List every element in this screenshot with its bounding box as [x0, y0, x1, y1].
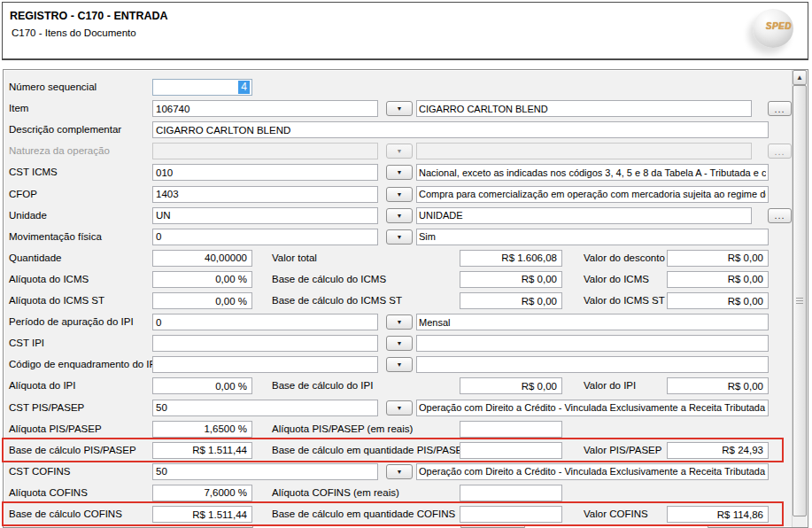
row-natureza-da-operacao: Natureza da operação▼...	[4, 143, 792, 160]
codigo-de-enquadramento-do-ipi-dropdown-button[interactable]: ▼	[386, 357, 413, 372]
cst-pis-pasep-description-input[interactable]	[416, 400, 769, 416]
base-de-calculo-pis-pasep-label: Base de cálculo PIS/PASEP	[9, 442, 136, 459]
valor-do-ipi-input[interactable]	[667, 377, 769, 394]
valor-pis-pasep-input[interactable]	[667, 442, 769, 459]
scroll-up-button[interactable]: ▲	[793, 70, 807, 85]
aliquota-do-icms-st-label: Alíquota do ICMS ST	[9, 292, 104, 309]
app-window: { "header": { "title": "REGISTRO - C170 …	[0, 0, 812, 528]
descricao-complementar-input[interactable]	[152, 121, 769, 138]
row-base-de-calculo-pis-pasep: Base de cálculo PIS/PASEPBase de cálculo…	[4, 442, 792, 460]
valor-do-desconto-input[interactable]	[667, 250, 769, 267]
valor-do-icms-st-input[interactable]	[667, 292, 769, 309]
aliquota-do-ipi-input[interactable]	[152, 377, 252, 394]
row-base-de-calculo-cofins: Base de cálculo COFINSBase de cálculo em…	[4, 506, 792, 524]
periodo-de-apuracao-do-ipi-description-input[interactable]	[416, 314, 769, 330]
cst-cofins-input[interactable]	[152, 463, 378, 480]
cst-icms-description-input[interactable]	[416, 164, 769, 181]
unidade-input[interactable]	[152, 207, 378, 224]
cst-icms-dropdown-button[interactable]: ▼	[386, 165, 413, 180]
page-subtitle: C170 - Itens do Documento	[12, 27, 136, 38]
page-title: REGISTRO - C170 - ENTRADA	[10, 10, 168, 22]
unidade-description-input[interactable]	[416, 207, 752, 224]
chevron-down-icon: ▼	[397, 469, 403, 475]
cst-cofins-dropdown-button[interactable]: ▼	[386, 464, 413, 479]
base-de-calculo-do-icms-st-label: Base de cálculo do ICMS ST	[272, 292, 402, 309]
item-description-input[interactable]	[416, 100, 752, 117]
movimentacao-fisica-dropdown-button[interactable]: ▼	[386, 229, 413, 245]
cfop-description-input[interactable]	[416, 186, 769, 203]
cst-pis-pasep-input[interactable]	[152, 400, 378, 416]
periodo-de-apuracao-do-ipi-input[interactable]	[152, 314, 378, 330]
cst-ipi-label: CST IPI	[9, 335, 44, 352]
cst-cofins-label: CST COFINS	[9, 463, 70, 480]
row-periodo-de-apuracao-do-ipi: Período de apuração do IPI▼	[4, 314, 792, 331]
item-label: Item	[9, 100, 28, 117]
base-de-calculo-do-ipi-label: Base de cálculo do IPI	[272, 377, 373, 394]
row-descricao-complementar: Descrição complementar	[4, 121, 792, 139]
row-numero-sequencial: Número sequencial4	[4, 79, 792, 97]
row-cst-cofins: CST COFINS▼	[4, 463, 792, 481]
cst-ipi-dropdown-button[interactable]: ▼	[386, 336, 413, 351]
base-de-calculo-do-ipi-input[interactable]	[460, 377, 562, 394]
aliquota-cofins-em-reais-input[interactable]	[460, 485, 562, 501]
window-header: REGISTRO - C170 - ENTRADA C170 - Itens d…	[2, 2, 808, 60]
item-input[interactable]	[152, 100, 378, 117]
base-de-calculo-cofins-input[interactable]	[152, 506, 252, 523]
row-cst-pis-pasep: CST PIS/PASEP▼	[4, 400, 792, 417]
base-de-calculo-em-quantidade-pis-pasep-label: Base de cálculo em quantidade PIS/PASEP	[272, 442, 469, 459]
cfop-input[interactable]	[152, 186, 378, 203]
scrollbar-thumb[interactable]	[793, 85, 807, 516]
cst-ipi-description-input[interactable]	[416, 335, 769, 352]
cst-icms-input[interactable]	[152, 164, 378, 181]
aliquota-cofins-em-reais-label: Alíquota COFINS (em reais)	[272, 485, 399, 501]
cst-icms-label: CST ICMS	[9, 164, 58, 181]
quantidade-input[interactable]	[152, 250, 252, 267]
item-ellipsis-button[interactable]: ...	[768, 101, 792, 116]
periodo-de-apuracao-do-ipi-label: Período de apuração do IPI	[9, 314, 134, 330]
row-cst-ipi: CST IPI▼	[4, 335, 792, 353]
row-aliquota-do-ipi: Alíquota do IPIBase de cálculo do IPIVal…	[4, 377, 792, 395]
aliquota-cofins-input[interactable]	[152, 485, 252, 501]
unidade-ellipsis-button[interactable]: ...	[768, 208, 792, 223]
chevron-down-icon: ▼	[397, 319, 403, 325]
row-movimentacao-fisica: Movimentação física▼	[4, 229, 792, 246]
cst-cofins-description-input[interactable]	[416, 463, 769, 480]
cst-ipi-input[interactable]	[152, 335, 378, 352]
base-de-calculo-do-icms-st-input[interactable]	[460, 292, 562, 309]
natureza-da-operacao-dropdown-button[interactable]: ▼	[386, 144, 413, 159]
ellipsis-icon: ...	[774, 105, 785, 113]
item-dropdown-button[interactable]: ▼	[386, 101, 413, 116]
codigo-de-enquadramento-do-ipi-description-input[interactable]	[416, 356, 769, 373]
cst-pis-pasep-label: CST PIS/PASEP	[9, 400, 84, 416]
numero-sequencial-input[interactable]: 4	[152, 79, 252, 96]
base-de-calculo-do-icms-input[interactable]	[460, 271, 562, 288]
valor-do-icms-input[interactable]	[667, 271, 769, 288]
aliquota-pis-pasep-em-reais-label: Alíquota PIS/PASEP (em reais)	[272, 421, 413, 438]
natureza-da-operacao-input[interactable]	[152, 143, 378, 159]
cst-pis-pasep-dropdown-button[interactable]: ▼	[386, 400, 413, 415]
row-aliquota-pis-pasep: Alíquota PIS/PASEPAlíquota PIS/PASEP (em…	[4, 421, 792, 439]
valor-total-label: Valor total	[272, 250, 317, 267]
aliquota-pis-pasep-input[interactable]	[152, 421, 252, 438]
natureza-da-operacao-label: Natureza da operação	[9, 143, 110, 159]
valor-cofins-input[interactable]	[667, 506, 769, 523]
selected-value: 4	[238, 81, 250, 94]
movimentacao-fisica-description-input[interactable]	[416, 229, 769, 245]
aliquota-do-icms-st-input[interactable]	[152, 292, 252, 309]
valor-do-desconto-label: Valor do desconto	[584, 250, 665, 267]
codigo-de-enquadramento-do-ipi-input[interactable]	[152, 356, 378, 373]
movimentacao-fisica-input[interactable]	[152, 229, 378, 245]
base-de-calculo-pis-pasep-input[interactable]	[152, 442, 252, 459]
cfop-dropdown-button[interactable]: ▼	[386, 187, 413, 202]
natureza-da-operacao-description-input[interactable]	[416, 143, 752, 159]
descricao-complementar-label: Descrição complementar	[9, 121, 121, 138]
natureza-da-operacao-ellipsis-button[interactable]: ...	[768, 144, 792, 159]
aliquota-do-icms-input[interactable]	[152, 271, 252, 288]
base-de-calculo-em-quantidade-cofins-input[interactable]	[460, 506, 562, 523]
periodo-de-apuracao-do-ipi-dropdown-button[interactable]: ▼	[386, 314, 413, 330]
aliquota-pis-pasep-em-reais-input[interactable]	[460, 421, 562, 438]
unidade-dropdown-button[interactable]: ▼	[386, 208, 413, 223]
valor-total-input[interactable]	[460, 250, 562, 267]
base-de-calculo-em-quantidade-pis-pasep-input[interactable]	[460, 442, 562, 459]
vertical-scrollbar[interactable]: ▲	[792, 70, 807, 527]
